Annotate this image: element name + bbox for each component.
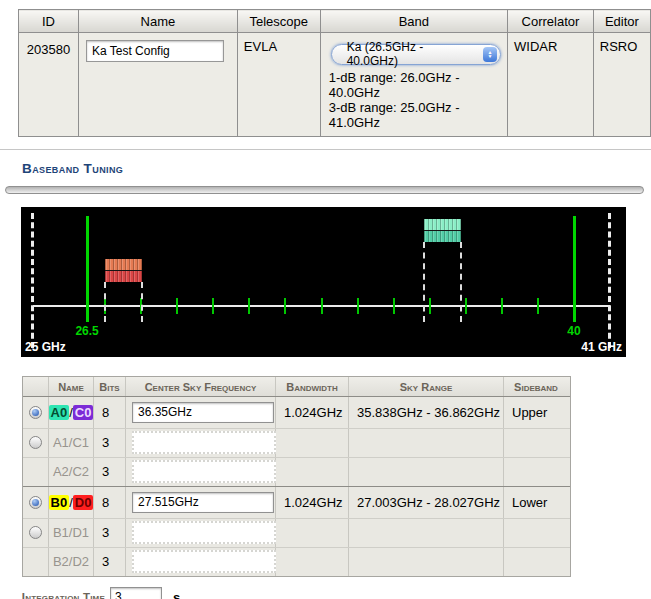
col-header-band: Band: [320, 10, 507, 33]
config-telescope: EVLA: [237, 33, 320, 137]
baseband-sideband: [504, 429, 568, 457]
baseband-sky-range: [349, 429, 504, 457]
baseband-row-A1C1: A1/C13: [23, 428, 570, 457]
baseband-name: B0/D0: [49, 487, 94, 518]
baseband-bits: 3: [94, 519, 126, 547]
band-select[interactable]: Ka (26.5GHz - 40.0GHz) ▲▼: [331, 44, 501, 65]
baseband-bits: 8: [94, 487, 126, 518]
center-sky-frequency-input[interactable]: [132, 402, 274, 423]
config-editor: RSRO: [593, 33, 650, 137]
baseband-sky-range: [349, 458, 504, 486]
baseband-bits: 3: [94, 458, 126, 486]
baseband-row-A0C0: A0/C081.024GHz35.838GHz - 36.862GHzUpper: [23, 397, 570, 428]
axis-tick: [357, 298, 359, 314]
band-3db-range: 3-dB range: 25.0GHz - 41.0GHz: [329, 100, 501, 130]
baseband-col-header: Bits: [94, 377, 126, 396]
baseband-box-upper-half: [105, 259, 142, 271]
baseband-sideband: Upper: [504, 397, 568, 428]
baseband-radio-cell: [23, 487, 49, 518]
receiver-band-edge-line: [86, 216, 89, 322]
section-divider: [0, 149, 651, 150]
axis-tick: [537, 298, 539, 314]
baseband-box-upper-half: [424, 219, 461, 231]
config-id: 203580: [19, 33, 79, 137]
baseband-sky-range: [349, 519, 504, 547]
col-header-telescope: Telescope: [237, 10, 320, 33]
center-sky-frequency-cell: [126, 548, 276, 576]
center-sky-frequency-input[interactable]: [132, 521, 276, 544]
radio-dot: [32, 499, 39, 506]
baseband-name: B2/D2: [49, 548, 94, 576]
axis-tick: [429, 298, 431, 314]
center-sky-frequency-cell: [126, 397, 276, 428]
configuration-header-row: ID Name Telescope Band Correlator Editor: [19, 10, 651, 33]
baseband-table: NameBitsCenter Sky FrequencyBandwidthSky…: [22, 376, 571, 577]
baseband-drop-line: [460, 242, 462, 322]
baseband-bandwidth: [276, 429, 349, 457]
axis-tick: [284, 298, 286, 314]
col-header-name: Name: [78, 10, 237, 33]
plot-edge-dashed-line: [608, 213, 611, 348]
axis-tick: [321, 298, 323, 314]
baseband-sideband: [504, 548, 568, 576]
baseband-bandwidth: 1.024GHz: [276, 397, 349, 428]
baseband-drop-line: [104, 282, 106, 322]
baseband-table-header: NameBitsCenter Sky FrequencyBandwidthSky…: [23, 377, 570, 397]
receiver-band-edge-line: [573, 216, 576, 322]
configuration-table: ID Name Telescope Band Correlator Editor…: [18, 9, 651, 137]
baseband-sky-range: [349, 548, 504, 576]
center-sky-frequency-input[interactable]: [132, 460, 276, 483]
band-1db-range: 1-dB range: 26.0GHz - 40.0GHz: [329, 70, 501, 100]
receiver-band-edge-label: 26.5: [67, 324, 107, 338]
baseband-col-header: Sideband: [504, 377, 568, 396]
axis-tick: [501, 298, 503, 314]
section-title-baseband-tuning: Baseband Tuning: [22, 161, 651, 176]
baseband-bandwidth: [276, 548, 349, 576]
baseband-bandwidth: [276, 458, 349, 486]
baseband-bits: 3: [94, 429, 126, 457]
config-correlator: WIDAR: [508, 33, 594, 137]
baseband-radio-cell: [23, 429, 49, 457]
center-sky-frequency-input[interactable]: [132, 492, 274, 513]
center-sky-frequency-input[interactable]: [132, 550, 276, 573]
plot-right-edge-label: 41 GHz: [581, 340, 622, 354]
baseband-table-body: A0/C081.024GHz35.838GHz - 36.862GHzUpper…: [23, 397, 570, 576]
baseband-row-B1D1: B1/D13: [23, 518, 570, 547]
baseband-col-header: Name: [49, 377, 94, 396]
baseband-name-part: A2/C2: [53, 464, 89, 479]
axis-tick: [176, 298, 178, 314]
col-header-id: ID: [19, 10, 79, 33]
baseband-radio-cell: [23, 458, 49, 486]
baseband-box-B0D0[interactable]: [105, 259, 142, 282]
baseband-drop-line: [423, 242, 425, 322]
baseband-sky-range: 35.838GHz - 36.862GHz: [349, 397, 504, 428]
center-sky-frequency-cell: [126, 429, 276, 457]
baseband-name: B1/D1: [49, 519, 94, 547]
integration-time-unit: s: [173, 590, 180, 599]
center-sky-frequency-cell: [126, 519, 276, 547]
baseband-radio[interactable]: [29, 496, 42, 509]
config-name-input[interactable]: [86, 40, 224, 62]
config-name-cell: [78, 33, 237, 137]
baseband-row-A2C2: A2/C23: [23, 457, 570, 486]
col-header-correlator: Correlator: [508, 10, 594, 33]
baseband-radio-cell: [23, 519, 49, 547]
col-header-editor: Editor: [593, 10, 650, 33]
baseband-bandwidth: [276, 519, 349, 547]
baseband-radio[interactable]: [29, 436, 42, 449]
baseband-sideband: [504, 458, 568, 486]
axis-tick: [465, 298, 467, 314]
baseband-radio[interactable]: [29, 406, 42, 419]
baseband-radio-cell: [23, 397, 49, 428]
center-sky-frequency-input[interactable]: [132, 431, 276, 454]
baseband-name-part: B0: [49, 495, 70, 510]
integration-time-input[interactable]: [110, 587, 162, 599]
baseband-radio[interactable]: [29, 526, 42, 539]
integration-time-label: Integration Time: [0, 591, 105, 599]
baseband-box-A0C0[interactable]: [424, 219, 461, 242]
baseband-col-header: Bandwidth: [276, 377, 349, 396]
radio-dot: [32, 409, 39, 416]
baseband-sideband: Lower: [504, 487, 568, 518]
plot-left-edge-label: 25 GHz: [25, 340, 66, 354]
axis-tick: [248, 298, 250, 314]
